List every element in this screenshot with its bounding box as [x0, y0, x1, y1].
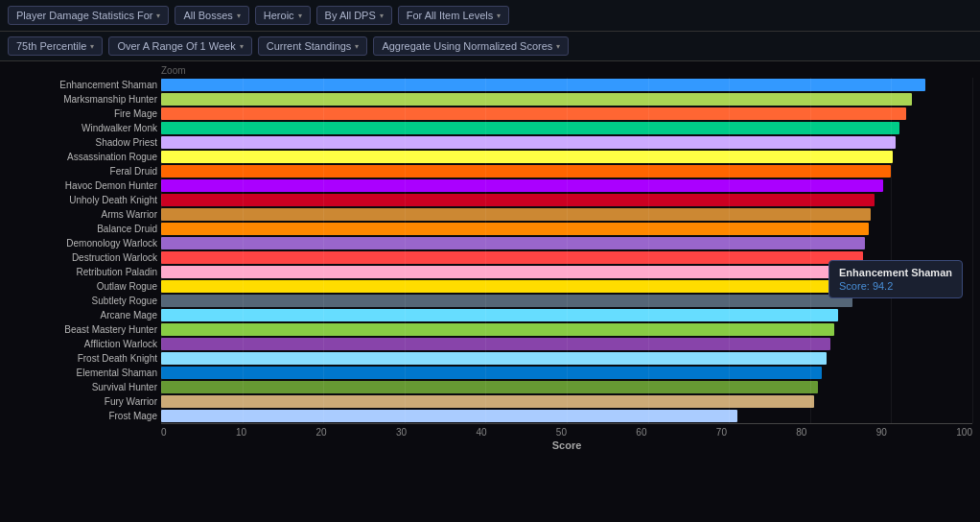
- dropdown-aggregate[interactable]: Aggregate Using Normalized Scores▾: [373, 36, 569, 56]
- bar-row-19: [161, 351, 972, 366]
- bar-label-16: Arcane Mage: [8, 308, 161, 322]
- bar-19[interactable]: [161, 352, 827, 365]
- arrow-icon-for-all-item-levels: ▾: [497, 12, 501, 20]
- bar-row-14: [161, 279, 972, 294]
- bar-row-3: [161, 121, 972, 135]
- bar-21[interactable]: [161, 381, 818, 393]
- bar-row-10: [161, 222, 972, 236]
- bar-label-3: Windwalker Monk: [8, 121, 161, 135]
- bar-label-14: Outlaw Rogue: [8, 279, 161, 294]
- zoom-label: Zoom: [161, 65, 972, 76]
- bar-1[interactable]: [161, 93, 912, 106]
- bar-11[interactable]: [161, 237, 865, 249]
- x-tick-50: 50: [556, 427, 567, 438]
- bar-4[interactable]: [161, 136, 896, 149]
- bar-row-22: [161, 394, 972, 409]
- labels-column: Enhancement ShamanMarksmanship HunterFir…: [8, 78, 161, 423]
- bars-column: [161, 78, 972, 423]
- bar-label-10: Balance Druid: [8, 222, 161, 236]
- dropdown-label-range: Over A Range Of 1 Week: [117, 40, 235, 52]
- x-axis-area: 0102030405060708090100 Score: [161, 423, 972, 451]
- arrow-icon-all-bosses: ▾: [237, 12, 241, 20]
- bar-row-16: [161, 308, 972, 322]
- x-tick-70: 70: [716, 427, 727, 438]
- bar-22[interactable]: [161, 395, 814, 408]
- bar-label-2: Fire Mage: [8, 107, 161, 121]
- bar-label-17: Beast Mastery Hunter: [8, 322, 161, 337]
- dropdown-percentile[interactable]: 75th Percentile▾: [8, 36, 103, 56]
- bar-label-8: Unholy Death Knight: [8, 193, 161, 207]
- dropdown-label-player-damage: Player Damage Statistics For: [16, 10, 152, 21]
- bar-row-2: [161, 107, 972, 121]
- bar-row-18: [161, 337, 972, 351]
- bar-label-22: Fury Warrior: [8, 394, 161, 409]
- bar-label-6: Feral Druid: [8, 164, 161, 178]
- dropdown-for-all-item-levels[interactable]: For All Item Levels▾: [398, 6, 509, 25]
- bar-9[interactable]: [161, 208, 871, 221]
- bar-3[interactable]: [161, 122, 899, 134]
- bar-row-23: [161, 409, 972, 423]
- bar-14[interactable]: [161, 280, 854, 293]
- grid-line-100: [972, 78, 973, 423]
- dropdown-label-percentile: 75th Percentile: [16, 40, 86, 52]
- bar-0[interactable]: [161, 79, 925, 91]
- toolbar-row1: Player Damage Statistics For▾All Bosses▾…: [0, 0, 980, 32]
- bar-8[interactable]: [161, 194, 875, 206]
- arrow-icon-standings: ▾: [355, 42, 359, 51]
- bar-row-4: [161, 135, 972, 150]
- x-tick-40: 40: [476, 427, 486, 438]
- dropdown-by-all-dps[interactable]: By All DPS▾: [316, 6, 392, 25]
- bar-label-12: Destruction Warlock: [8, 250, 161, 265]
- dropdown-range[interactable]: Over A Range Of 1 Week▾: [108, 36, 251, 56]
- x-tick-10: 10: [236, 427, 246, 438]
- bar-row-21: [161, 380, 972, 394]
- bar-label-19: Frost Death Knight: [8, 351, 161, 366]
- bar-label-11: Demonology Warlock: [8, 236, 161, 250]
- bar-label-4: Shadow Priest: [8, 135, 161, 150]
- bar-5[interactable]: [161, 151, 893, 163]
- chart-container: Enhancement ShamanMarksmanship HunterFir…: [8, 78, 972, 423]
- arrow-icon-percentile: ▾: [90, 42, 94, 51]
- bar-label-15: Subtlety Rogue: [8, 294, 161, 308]
- bar-label-21: Survival Hunter: [8, 380, 161, 394]
- toolbar-row2: 75th Percentile▾Over A Range Of 1 Week▾C…: [0, 32, 980, 61]
- x-tick-60: 60: [636, 427, 646, 438]
- bar-row-11: [161, 236, 972, 250]
- bar-12[interactable]: [161, 251, 863, 264]
- arrow-icon-heroic: ▾: [298, 12, 302, 20]
- dropdown-standings[interactable]: Current Standings▾: [258, 36, 368, 56]
- bar-row-12: [161, 250, 972, 265]
- bar-16[interactable]: [161, 309, 838, 321]
- arrow-icon-aggregate: ▾: [556, 42, 560, 51]
- bar-18[interactable]: [161, 338, 830, 350]
- x-tick-20: 20: [315, 427, 326, 438]
- bar-17[interactable]: [161, 323, 834, 336]
- arrow-icon-player-damage: ▾: [156, 12, 160, 20]
- dropdown-label-all-bosses: All Bosses: [183, 10, 232, 21]
- bar-row-20: [161, 366, 972, 380]
- bar-row-13: [161, 265, 972, 279]
- dropdown-heroic[interactable]: Heroic▾: [255, 6, 311, 25]
- bar-label-20: Elemental Shaman: [8, 366, 161, 380]
- dropdown-label-heroic: Heroic: [264, 10, 294, 21]
- bar-row-6: [161, 164, 972, 178]
- bar-10[interactable]: [161, 223, 869, 235]
- bar-15[interactable]: [161, 295, 852, 307]
- bar-2[interactable]: [161, 107, 906, 120]
- bar-20[interactable]: [161, 367, 822, 379]
- bar-label-13: Retribution Paladin: [8, 265, 161, 279]
- bar-label-0: Enhancement Shaman: [8, 78, 161, 92]
- bar-row-8: [161, 193, 972, 207]
- bar-6[interactable]: [161, 165, 891, 178]
- bar-label-1: Marksmanship Hunter: [8, 92, 161, 107]
- dropdown-all-bosses[interactable]: All Bosses▾: [175, 6, 248, 25]
- bar-13[interactable]: [161, 266, 857, 278]
- x-axis-label: Score: [161, 439, 972, 451]
- bar-7[interactable]: [161, 179, 883, 192]
- dropdown-label-aggregate: Aggregate Using Normalized Scores: [382, 40, 552, 52]
- dropdown-player-damage[interactable]: Player Damage Statistics For▾: [8, 6, 169, 25]
- x-tick-100: 100: [956, 427, 972, 438]
- dropdown-label-standings: Current Standings: [267, 40, 352, 52]
- bar-23[interactable]: [161, 410, 737, 422]
- bar-label-18: Affliction Warlock: [8, 337, 161, 351]
